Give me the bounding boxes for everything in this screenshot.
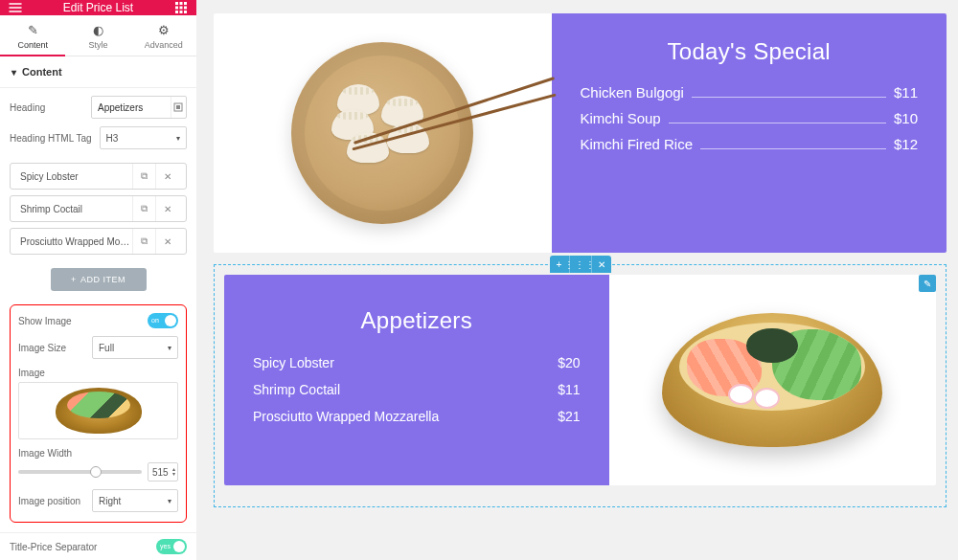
image-size-field: Image Size Full ▾ xyxy=(18,336,178,359)
image-position-select[interactable]: Right ▾ xyxy=(92,489,178,512)
menu-item-price: $11 xyxy=(894,84,918,101)
chevron-down-icon: ▾ xyxy=(176,134,180,143)
image-preview[interactable] xyxy=(18,382,178,439)
separator-line xyxy=(669,123,886,123)
section-header[interactable]: ▾ Content xyxy=(0,56,196,88)
menu-title: Today's Special xyxy=(581,38,919,65)
add-item-button[interactable]: + ADD ITEM xyxy=(51,268,147,291)
menu-item-name: Prosciutto Wrapped Mozzarella xyxy=(253,409,439,424)
copy-icon[interactable]: ⧉ xyxy=(132,164,155,189)
show-image-toggle[interactable]: on xyxy=(148,313,178,328)
html-tag-select[interactable]: H3 ▾ xyxy=(100,126,187,149)
image-width-value: 515 xyxy=(152,467,169,478)
image-settings-group: Show Image on Image Size Full ▾ Image Im… xyxy=(10,304,187,523)
html-tag-field: Heading HTML Tag H3 ▾ xyxy=(10,126,187,149)
image-width-field: Image Width 515 ▴▾ xyxy=(18,447,178,482)
svg-rect-5 xyxy=(184,7,187,10)
list-item[interactable]: Spicy Lobster ⧉ ✕ xyxy=(10,163,187,190)
close-icon[interactable]: ✕ xyxy=(155,229,178,254)
drag-section-icon[interactable]: ⋮⋮⋮ xyxy=(569,256,592,273)
menu-item-name: Kimchi Soup xyxy=(581,110,661,126)
menu-item-price: $21 xyxy=(558,409,580,424)
list-item[interactable]: Shrimp Coctail ⧉ ✕ xyxy=(10,195,187,222)
separator-line xyxy=(700,148,886,149)
image-width-number[interactable]: 515 ▴▾ xyxy=(148,462,178,482)
image-position-field: Image position Right ▾ xyxy=(18,489,178,512)
tab-content[interactable]: ✎ Content xyxy=(0,15,65,56)
menu-item: Prosciutto Wrapped Mozzarella $21 xyxy=(253,409,581,424)
menu-item-name: Shrimp Coctail xyxy=(253,382,340,397)
html-tag-value: H3 xyxy=(106,133,119,144)
menu-item: Kimchi Fired Rice $12 xyxy=(581,136,919,152)
editor-sidebar: Edit Price List ✎ Content ◐ Style ⚙ Adva… xyxy=(0,0,196,560)
apps-icon[interactable] xyxy=(173,0,189,15)
sidebar-header: Edit Price List xyxy=(0,0,196,15)
close-icon[interactable]: ✕ xyxy=(155,196,178,221)
heading-input[interactable] xyxy=(92,102,171,113)
svg-rect-8 xyxy=(184,11,187,13)
chevron-down-icon: ▾ xyxy=(168,344,171,352)
copy-icon[interactable]: ⧉ xyxy=(132,196,155,221)
dynamic-icon[interactable] xyxy=(171,97,186,118)
svg-rect-0 xyxy=(175,2,178,5)
list-item-label: Prosciutto Wrapped Mozza... xyxy=(20,236,132,247)
tab-label: Style xyxy=(88,40,107,50)
svg-rect-3 xyxy=(175,7,178,10)
svg-rect-7 xyxy=(180,11,183,13)
plus-icon: + xyxy=(71,275,77,284)
menu-item: Spicy Lobster $20 xyxy=(253,355,581,370)
svg-rect-1 xyxy=(180,2,183,5)
style-icon: ◐ xyxy=(65,23,130,37)
html-tag-label: Heading HTML Tag xyxy=(10,133,92,144)
section-toolbar: + ⋮⋮⋮ ✕ xyxy=(550,256,611,273)
tab-label: Advanced xyxy=(145,40,183,50)
menu-item-price: $12 xyxy=(894,136,918,152)
edit-widget-icon[interactable]: ✎ xyxy=(919,275,936,292)
image-width-label: Image Width xyxy=(18,448,72,459)
price-list-widget-bottom: Appetizers Spicy Lobster $20 Shrimp Coct… xyxy=(224,275,936,485)
menu-item: Kimchi Soup $10 xyxy=(581,110,919,126)
close-icon[interactable]: ✕ xyxy=(155,164,178,189)
heading-input-wrap xyxy=(91,96,187,119)
menu-item-price: $10 xyxy=(894,110,918,126)
svg-rect-2 xyxy=(184,2,187,5)
caret-down-icon: ▾ xyxy=(11,67,16,78)
image-label: Image xyxy=(18,368,45,378)
image-width-slider[interactable] xyxy=(18,470,142,474)
menu-item-price: $20 xyxy=(558,355,580,370)
gear-icon: ⚙ xyxy=(131,23,196,37)
image-size-label: Image Size xyxy=(18,343,66,353)
repeater-list: Spicy Lobster ⧉ ✕ Shrimp Coctail ⧉ ✕ Pro… xyxy=(10,163,187,255)
svg-rect-4 xyxy=(180,7,183,10)
show-image-field: Show Image on xyxy=(18,313,178,328)
menu-icon[interactable] xyxy=(8,0,23,15)
separator-line xyxy=(692,97,886,98)
close-section-icon[interactable]: ✕ xyxy=(592,256,611,273)
image-size-select[interactable]: Full ▾ xyxy=(92,336,178,359)
separator-label: Title-Price Separator xyxy=(10,542,97,552)
photo-side xyxy=(214,13,552,253)
stepper-icon: ▴▾ xyxy=(172,467,175,477)
add-item-label: ADD ITEM xyxy=(80,275,125,284)
copy-icon[interactable]: ⧉ xyxy=(132,229,155,254)
selected-section[interactable]: + ⋮⋮⋮ ✕ ✎ Appetizers Spicy Lobster $20 S… xyxy=(214,264,947,507)
tab-label: Content xyxy=(17,40,48,50)
plate-image xyxy=(291,42,473,224)
image-position-label: Image position xyxy=(18,496,80,506)
list-item-label: Shrimp Coctail xyxy=(20,204,132,214)
image-position-value: Right xyxy=(99,496,121,506)
list-item[interactable]: Prosciutto Wrapped Mozza... ⧉ ✕ xyxy=(10,228,187,255)
menu-item: Shrimp Coctail $11 xyxy=(253,382,581,397)
tab-advanced[interactable]: ⚙ Advanced xyxy=(131,15,196,56)
menu-title: Appetizers xyxy=(253,307,581,334)
bowl-thumbnail xyxy=(56,388,142,434)
menu-item-name: Spicy Lobster xyxy=(253,355,334,370)
svg-rect-10 xyxy=(176,105,180,109)
separator-toggle[interactable]: yes xyxy=(156,539,187,554)
menu-item-price: $11 xyxy=(558,382,580,397)
list-item-label: Spicy Lobster xyxy=(20,171,132,182)
show-image-label: Show Image xyxy=(18,316,72,326)
tab-style[interactable]: ◐ Style xyxy=(65,15,130,56)
preview-canvas: Today's Special Chicken Bulgogi $11 Kimc… xyxy=(196,0,958,560)
panel-tabs: ✎ Content ◐ Style ⚙ Advanced xyxy=(0,15,196,56)
